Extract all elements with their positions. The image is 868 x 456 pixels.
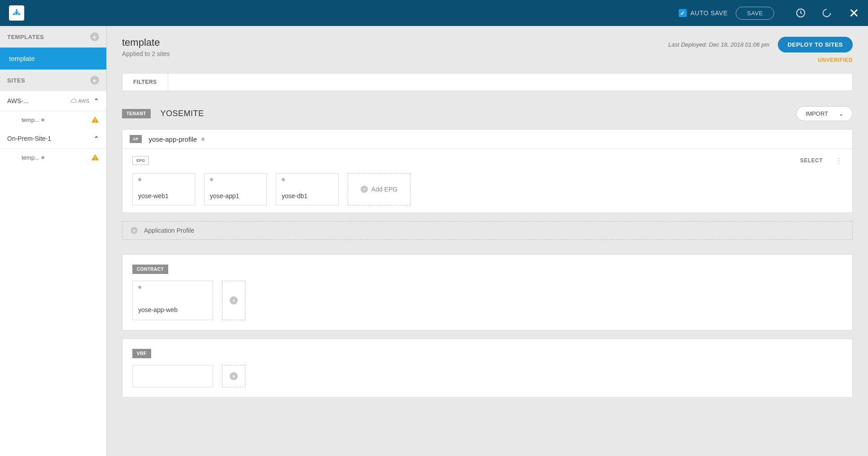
sidebar-sites-header: SITES + [0,69,106,91]
app-profile-name: yose-app-profile [149,135,197,143]
status-badge: UNVERIFIED [668,57,853,63]
status-dot-icon [41,118,44,122]
site-name: AWS-... [7,97,68,104]
applied-sites-text: Applied to 2 sites [122,50,170,57]
page-title: template [122,37,170,48]
status-dot-icon [41,156,44,159]
plus-icon: + [131,227,138,234]
plus-icon: + [361,186,368,193]
svg-rect-8 [95,159,96,160]
svg-rect-6 [95,121,96,122]
sidebar-templates-label: TEMPLATES [7,34,44,40]
site-name: On-Prem-Site-1 [7,135,94,142]
tenant-badge: TENANT [122,109,151,118]
vrf-badge: VRF [132,349,151,358]
app-profile-panel: AP yose-app-profile EPG SELECT ⋮ yose-we… [122,129,853,213]
status-dot-icon [282,178,285,181]
vrf-panel: VRF + [122,339,853,398]
site-subtemplate[interactable]: temp... [0,111,106,129]
sidebar: TEMPLATES + template SITES + AWS-... AWS… [0,26,107,456]
sidebar-templates-header: TEMPLATES + [0,26,106,48]
contract-badge: CONTRACT [132,265,168,274]
warning-icon [91,116,99,124]
epg-badge: EPG [132,156,149,165]
sidebar-template-item[interactable]: template [0,48,106,69]
vrf-card[interactable] [132,365,213,387]
sidebar-site-aws[interactable]: AWS-... AWS ⌃ [0,91,106,111]
site-subtemplate[interactable]: temp... [0,149,106,166]
loading-icon[interactable] [821,7,833,19]
chevron-up-icon: ⌃ [94,97,99,104]
autosave-toggle[interactable]: ✓ AUTO SAVE [679,9,728,17]
cloud-icon: AWS [70,98,89,104]
app-profile-header[interactable]: AP yose-app-profile [122,130,852,149]
close-icon[interactable]: ✕ [849,6,859,21]
warning-icon [91,153,99,162]
last-deployed-text: Last Deployed: Dec 18, 2018 01:06 pm [668,41,769,48]
epg-card[interactable]: yose-web1 [132,173,195,205]
add-contract-button[interactable]: + [222,281,245,320]
checkbox-checked-icon: ✓ [679,9,687,17]
main-content: template Applied to 2 sites Last Deploye… [107,26,868,456]
epg-card[interactable]: yose-app1 [204,173,267,205]
select-button[interactable]: SELECT [800,157,823,164]
deploy-button[interactable]: DEPLOY TO SITES [778,37,853,52]
ap-badge: AP [130,135,142,143]
app-logo-icon[interactable] [9,5,24,21]
status-dot-icon [210,178,213,181]
add-site-icon[interactable]: + [90,76,99,85]
import-button[interactable]: IMPORT ⌄ [796,106,853,121]
epg-card[interactable]: yose-db1 [276,173,339,205]
tenant-name: YOSEMITE [161,109,204,118]
status-dot-icon [138,286,141,289]
add-application-profile-button[interactable]: + Application Profile [122,221,853,240]
save-button[interactable]: SAVE [736,7,774,20]
chevron-up-icon: ⌃ [94,135,99,142]
svg-rect-7 [95,156,96,159]
filters-label: FILTERS [122,74,168,91]
svg-point-0 [16,9,17,11]
filters-bar: FILTERS [122,73,853,91]
contract-panel: CONTRACT yose-app-web + [122,254,853,330]
add-vrf-button[interactable]: + [222,365,245,387]
filters-input[interactable] [168,74,852,91]
kebab-menu-icon[interactable]: ⋮ [835,156,842,165]
autosave-label: AUTO SAVE [690,9,728,17]
status-dot-icon [201,138,205,141]
plus-icon: + [230,296,238,304]
svg-rect-5 [95,119,96,121]
add-template-icon[interactable]: + [90,32,99,41]
sidebar-sites-label: SITES [7,77,25,84]
refresh-clock-icon[interactable] [795,7,807,19]
add-epg-button[interactable]: + Add EPG [348,173,410,205]
plus-icon: + [230,372,238,380]
contract-card[interactable]: yose-app-web [132,281,213,320]
sidebar-site-onprem[interactable]: On-Prem-Site-1 ⌃ [0,129,106,149]
status-dot-icon [138,178,141,181]
chevron-down-icon: ⌄ [839,111,843,117]
top-bar: ✓ AUTO SAVE SAVE ✕ [0,0,868,26]
